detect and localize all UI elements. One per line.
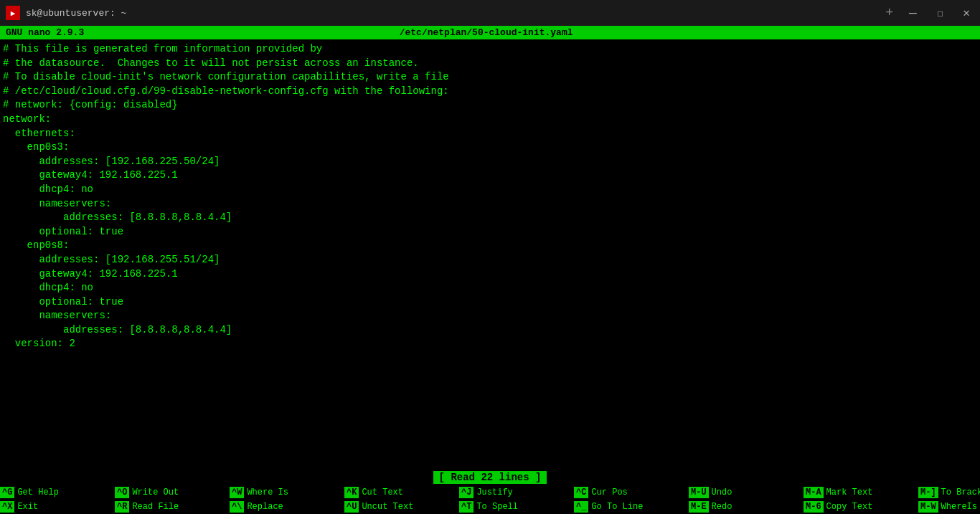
shortcut-item-0-6[interactable]: M-UUndo xyxy=(689,487,804,498)
shortcut-key-1-8: M-W xyxy=(918,501,938,513)
shortcut-item-0-1[interactable]: ^OWrite Out xyxy=(115,487,230,498)
shortcut-key-1-1: ^R xyxy=(115,501,129,513)
shortcut-key-0-4: ^J xyxy=(459,487,473,498)
shortcut-item-1-3[interactable]: ^UUncut Text xyxy=(344,501,459,513)
nano-filename: /etc/netplan/50-cloud-init.yaml xyxy=(84,27,888,38)
status-message: [ Read 22 lines ] xyxy=(433,471,547,484)
shortcut-label-1-2: Replace xyxy=(244,502,283,512)
shortcut-label-1-4: To Spell xyxy=(473,502,518,512)
shortcut-item-1-8[interactable]: M-WWhereIs Next xyxy=(918,501,980,513)
shortcut-label-0-1: Write Out xyxy=(129,487,179,498)
shortcut-label-0-7: Mark Text xyxy=(824,487,873,498)
shortcut-key-0-0: ^G xyxy=(0,487,14,498)
shortcut-item-1-4[interactable]: ^TTo Spell xyxy=(459,501,574,513)
shortcut-item-1-7[interactable]: M-6Copy Text xyxy=(804,501,918,513)
shortcut-label-1-6: Redo xyxy=(709,502,732,512)
titlebar: ▶ sk@ubuntuserver: ~ + ― ☐ ✕ xyxy=(0,0,980,26)
shortcut-key-0-7: M-A xyxy=(804,487,824,498)
shortcut-item-1-0[interactable]: ^XExit xyxy=(0,501,115,513)
shortcut-key-0-8: M-] xyxy=(918,487,938,498)
shortcut-label-1-5: Go To Line xyxy=(588,502,643,512)
shortcut-label-1-7: Copy Text xyxy=(824,502,873,512)
shortcut-label-0-5: Cur Pos xyxy=(588,487,627,498)
shortcut-item-0-7[interactable]: M-AMark Text xyxy=(804,487,918,498)
shortcut-label-0-6: Undo xyxy=(709,487,732,498)
shortcut-label-1-8: WhereIs Next xyxy=(938,502,980,512)
new-tab-button[interactable]: + xyxy=(880,6,899,20)
maximize-button[interactable]: ☐ xyxy=(933,6,947,21)
status-bar: [ Read 22 lines ] xyxy=(0,470,980,485)
shortcut-key-1-5: ^_ xyxy=(574,501,588,513)
close-button[interactable]: ✕ xyxy=(958,4,974,22)
shortcut-label-1-1: Read File xyxy=(129,502,179,512)
shortcut-item-0-5[interactable]: ^CCur Pos xyxy=(574,487,689,498)
shortcut-label-1-3: Uncut Text xyxy=(359,502,413,512)
shortcut-item-0-8[interactable]: M-]To Bracket xyxy=(918,487,980,498)
shortcut-item-1-5[interactable]: ^_Go To Line xyxy=(574,501,689,513)
shortcut-label-0-2: Where Is xyxy=(244,487,288,498)
shortcut-key-1-6: M-E xyxy=(689,501,709,513)
shortcut-key-0-1: ^O xyxy=(115,487,129,498)
shortcut-key-1-2: ^\ xyxy=(230,501,244,513)
editor-area[interactable]: # This file is generated from informatio… xyxy=(0,39,980,470)
shortcut-item-0-3[interactable]: ^KCut Text xyxy=(344,487,459,498)
shortcut-key-1-3: ^U xyxy=(344,501,359,513)
shortcut-key-0-6: M-U xyxy=(689,487,709,498)
shortcut-item-0-0[interactable]: ^GGet Help xyxy=(0,487,115,498)
shortcut-key-0-2: ^W xyxy=(230,487,244,498)
shortcut-item-0-4[interactable]: ^JJustify xyxy=(459,487,574,498)
shortcut-item-1-2[interactable]: ^\Replace xyxy=(230,501,344,513)
shortcut-key-1-0: ^X xyxy=(0,501,14,513)
shortcut-label-1-0: Exit xyxy=(14,502,38,512)
shortcut-row-0: ^GGet Help^OWrite Out^WWhere Is^KCut Tex… xyxy=(0,485,980,500)
shortcut-label-0-0: Get Help xyxy=(14,487,59,498)
shortcut-item-1-1[interactable]: ^RRead File xyxy=(115,501,230,513)
shortcut-label-0-3: Cut Text xyxy=(359,487,403,498)
editor-content[interactable]: # This file is generated from informatio… xyxy=(0,42,980,351)
shortcut-item-0-2[interactable]: ^WWhere Is xyxy=(230,487,344,498)
shortcut-label-0-8: To Bracket xyxy=(938,487,980,498)
nano-version: GNU nano 2.9.3 xyxy=(6,27,84,38)
minimize-button[interactable]: ― xyxy=(905,4,921,22)
nano-header: GNU nano 2.9.3 /etc/netplan/50-cloud-ini… xyxy=(0,26,980,39)
titlebar-title: sk@ubuntuserver: ~ xyxy=(26,8,874,19)
shortcut-key-0-5: ^C xyxy=(574,487,588,498)
shortcut-key-1-7: M-6 xyxy=(804,501,824,513)
shortcut-label-0-4: Justify xyxy=(473,487,512,498)
shortcut-key-1-4: ^T xyxy=(459,501,473,513)
shortcut-row-1: ^XExit^RRead File^\Replace^UUncut Text^T… xyxy=(0,500,980,514)
window-controls: ― ☐ ✕ xyxy=(905,4,974,22)
shortcut-bars: ^GGet Help^OWrite Out^WWhere Is^KCut Tex… xyxy=(0,485,980,514)
terminal-icon: ▶ xyxy=(6,6,20,20)
shortcut-key-0-3: ^K xyxy=(344,487,359,498)
shortcut-item-1-6[interactable]: M-ERedo xyxy=(689,501,804,513)
